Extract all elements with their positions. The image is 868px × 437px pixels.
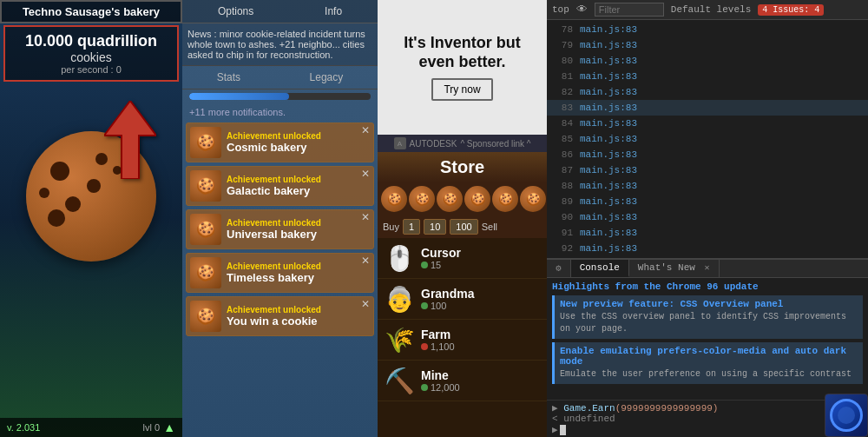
options-nav[interactable]: Options [211,3,260,19]
feature1-card: New preview feature: CSS Overview panel … [552,295,863,339]
console-tab[interactable]: Console [571,260,629,277]
file-reference[interactable]: main.js:83 [580,195,637,209]
level-up-icon[interactable]: ▲ [163,420,175,434]
code-line: 86 main.js:83 [547,147,868,162]
store-item-icon: 🖱️ [383,242,416,275]
notification-item: 🍪 Achievement unlocked You win a cookie … [186,296,374,336]
info-nav[interactable]: Info [318,3,349,19]
notif-close-button[interactable]: ✕ [361,169,370,179]
cookie-count-box: 10.000 quadrillion cookies per second : … [3,25,179,82]
notif-text: Achievement unlocked Galactic bakery [227,175,370,197]
code-line: 83 main.js:83 [547,100,868,116]
file-reference[interactable]: main.js:83 [580,242,637,255]
file-reference[interactable]: main.js:83 [580,23,637,36]
line-number: 78 [552,23,573,36]
notif-cookie-icon: 🍪 [190,214,221,245]
store-item-name: Farm [421,328,542,341]
feature1-title: New preview feature: CSS Overview panel [560,299,858,309]
achievement-label: Achievement unlocked [227,262,370,271]
file-reference[interactable]: main.js:83 [580,163,637,177]
arrow-icon: ▶ [552,403,558,414]
line-number: 89 [552,195,573,209]
eye-icon[interactable]: 👁 [576,3,588,17]
file-reference[interactable]: main.js:83 [580,132,637,146]
count-number: 1,100 [431,341,455,352]
store-item[interactable]: ⛏️ Mine 12,000 [378,361,547,401]
whats-new-tab[interactable]: What's New ✕ [629,260,720,277]
line-number: 86 [552,148,573,162]
code-line: 91 main.js:83 [547,225,868,241]
line-number: 82 [552,85,573,99]
store-cookie-icon-1[interactable]: 🍪 [381,186,407,212]
file-reference[interactable]: main.js:83 [580,101,637,115]
highlights-title: Highlights from the Chrome 96 update [552,281,863,292]
feature2-desc: Emulate the user preference on using a s… [560,368,858,381]
file-reference[interactable]: main.js:83 [580,148,637,162]
store-title: Store [378,152,547,182]
notification-count: +11 more notifications. [182,103,378,121]
store-icons-row: 🍪 🍪 🍪 🍪 🍪 🍪 [378,182,547,215]
store-item-info: Grandma 100 [421,287,542,311]
file-reference[interactable]: main.js:83 [580,85,637,99]
line-number: 83 [552,101,573,115]
code-line: 88 main.js:83 [547,178,868,194]
filter-input[interactable] [595,3,664,17]
red-arrow-icon [104,101,156,179]
devtools-panel: top 👁 Default levels 4 Issues: 4 78 main… [547,0,868,437]
line-number: 81 [552,70,573,83]
version-label: v. 2.031 [7,422,40,433]
stats-nav[interactable]: Stats [212,70,246,85]
store-cookie-icon-3[interactable]: 🍪 [437,186,463,212]
notif-cookie-icon: 🍪 [190,257,221,288]
advertisement: It's Inventor but even better. Try now [378,0,547,135]
notif-close-button[interactable]: ✕ [361,125,370,136]
cookie-count: 10.000 quadrillion [10,32,172,50]
notif-cookie-icon: 🍪 [190,301,221,332]
store-item[interactable]: 👵 Grandma 100 [378,279,547,320]
notif-text: Achievement unlocked You win a cookie [227,305,370,328]
store-item-info: Cursor 15 [421,246,542,270]
corner-visualization [825,394,868,437]
buy-100-button[interactable]: 100 [450,219,477,235]
console-cursor [560,425,566,435]
count-dot-icon [421,302,428,309]
file-reference[interactable]: main.js:83 [580,116,637,130]
file-reference[interactable]: main.js:83 [580,70,637,83]
store-item[interactable]: 🖱️ Cursor 15 [378,238,547,279]
notif-close-button[interactable]: ✕ [361,255,370,266]
svg-marker-0 [104,101,156,179]
achievement-name: You win a cookie [227,315,370,328]
store-cookie-icon-4[interactable]: 🍪 [464,186,490,212]
notif-close-button[interactable]: ✕ [361,299,370,309]
code-lines: 78 main.js:83 79 main.js:83 80 main.js:8… [547,20,868,258]
console-content: Highlights from the Chrome 96 update New… [547,278,868,400]
close-tab-icon[interactable]: ✕ [704,263,709,273]
console-cursor-line: ▶ [552,424,863,435]
store-cookie-icon-2[interactable]: 🍪 [409,186,435,212]
achievement-label: Achievement unlocked [227,218,370,228]
buy-10-button[interactable]: 10 [424,219,446,235]
try-now-button[interactable]: Try now [431,78,492,101]
news-ticker: News : minor cookie-related incident tur… [182,23,378,66]
legacy-nav[interactable]: Legacy [305,70,349,85]
code-line: 92 main.js:83 [547,241,868,256]
store-item[interactable]: 🌾 Farm 1,100 [378,320,547,361]
achievement-label: Achievement unlocked [227,305,370,315]
store-cookie-icon-6[interactable]: 🍪 [520,186,546,212]
file-reference[interactable]: main.js:83 [580,210,637,224]
store-item-icon: 👵 [383,282,416,315]
achievement-name: Cosmic bakery [227,141,370,154]
console-tab-icon[interactable]: ⚙ [547,260,571,277]
line-number: 92 [552,242,573,255]
code-line: 82 main.js:83 [547,84,868,100]
achievement-name: Galactic bakery [227,184,370,197]
notif-close-button[interactable]: ✕ [361,212,370,222]
file-reference[interactable]: main.js:83 [580,226,637,240]
file-reference[interactable]: main.js:83 [580,54,637,68]
file-reference[interactable]: main.js:83 [580,38,637,52]
console-area: ⚙ Console What's New ✕ Highlights from t… [547,258,868,437]
file-reference[interactable]: main.js:83 [580,179,637,193]
buy-1-button[interactable]: 1 [403,219,420,235]
store-cookie-icon-5[interactable]: 🍪 [492,186,518,212]
code-line: 80 main.js:83 [547,53,868,69]
